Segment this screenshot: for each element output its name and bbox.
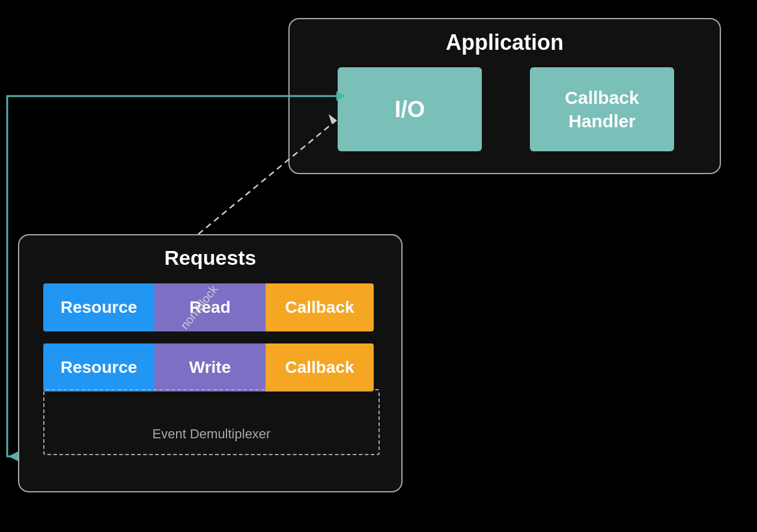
teal-entry-arrow: [8, 452, 18, 461]
callback-handler-label: CallbackHandler: [565, 86, 639, 133]
io-label: I/O: [395, 97, 425, 122]
requests-box: Requests Resource Read Callback Resource…: [18, 234, 403, 492]
application-title: Application: [290, 30, 720, 55]
resource-cell-1: Resource: [43, 283, 154, 331]
request-row-write: Resource Write Callback: [43, 343, 374, 391]
callback-cell-2: Callback: [266, 343, 374, 391]
write-cell: Write: [154, 343, 266, 391]
request-row-read: Resource Read Callback: [43, 283, 374, 331]
event-demultiplexer-box: Event Demultiplexer: [43, 389, 380, 455]
resource-cell-2: Resource: [43, 343, 154, 391]
io-box: I/O: [338, 67, 482, 151]
application-box: Application I/O CallbackHandler: [288, 18, 721, 174]
callback-handler-box: CallbackHandler: [530, 67, 674, 151]
read-cell: Read: [154, 283, 266, 331]
requests-title: Requests: [19, 246, 401, 270]
callback-cell-1: Callback: [266, 283, 374, 331]
event-demultiplexer-label: Event Demultiplexer: [44, 426, 378, 442]
